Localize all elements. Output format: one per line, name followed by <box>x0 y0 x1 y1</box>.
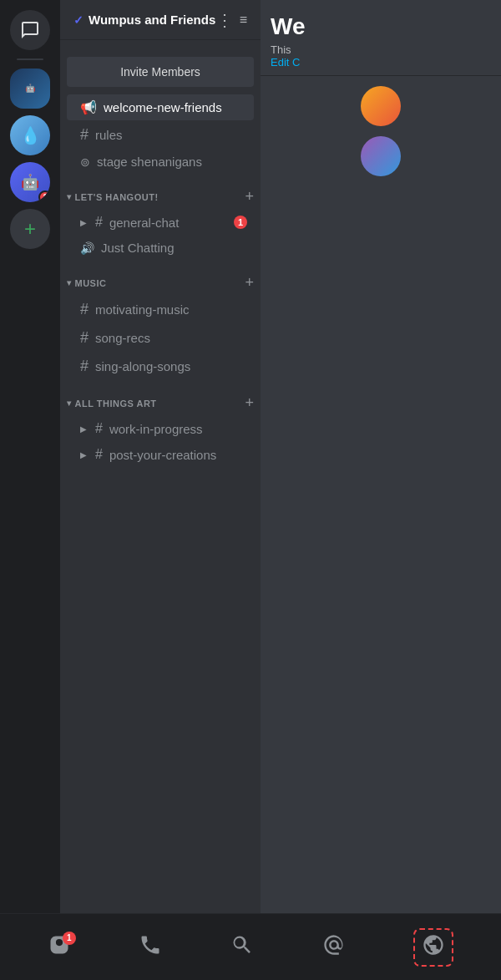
member-avatar-1 <box>361 86 401 126</box>
category-all-things-art[interactable]: ▾ ALL THINGS ART + <box>60 381 261 415</box>
globe-icon <box>422 933 445 962</box>
right-panel-link[interactable]: Edit C <box>271 56 491 69</box>
right-panel-members <box>261 76 501 980</box>
stage-icon: ⊚ <box>80 155 90 169</box>
bottom-nav: 1 <box>0 913 501 980</box>
channel-name-post-your-creations: post-your-creations <box>109 448 247 462</box>
phone-icon <box>139 933 162 962</box>
category-arrow: ▾ <box>67 192 72 201</box>
bottom-nav-profile[interactable] <box>413 928 453 967</box>
channel-name-welcome: welcome-new-friends <box>104 100 247 114</box>
more-options-icon[interactable]: ⋮ <box>216 10 233 30</box>
server-sidebar: 🤖 💧 🤖 1 + <box>0 0 60 980</box>
category-add-button[interactable]: + <box>245 188 254 206</box>
server-icon-dm[interactable] <box>10 10 50 50</box>
server-divider <box>17 58 43 60</box>
expand-arrow-icon: ▶ <box>80 218 87 227</box>
channel-sidebar: ✓ Wumpus and Friends ⋮ ≡ Invite Members … <box>60 0 261 980</box>
hash-icon-sing-along: # <box>80 358 89 375</box>
channel-item-motivating-music[interactable]: # motivating-music <box>67 296 254 323</box>
channel-item-sing-along[interactable]: # sing-along-songs <box>67 353 254 380</box>
server-header-icons: ⋮ ≡ <box>216 10 247 30</box>
plus-icon: + <box>24 217 36 241</box>
server-icon-3[interactable]: 🤖 1 <box>10 162 50 202</box>
hash-icon-song-recs: # <box>80 329 89 347</box>
megaphone-icon: 📢 <box>80 99 97 115</box>
right-panel-title: We <box>271 13 491 40</box>
channel-item-welcome[interactable]: 📢 welcome-new-friends <box>67 94 254 120</box>
hash-icon-motivating: # <box>80 301 89 318</box>
category-lets-hangout[interactable]: ▾ LET'S HANGOUT! + <box>60 175 261 209</box>
channel-item-song-recs[interactable]: # song-recs <box>67 324 254 352</box>
home-badge: 1 <box>63 932 76 945</box>
expand-arrow-wip: ▶ <box>80 424 87 434</box>
category-name-lets-hangout: ▾ LET'S HANGOUT! <box>67 192 159 202</box>
category-name-art: ▾ ALL THINGS ART <box>67 399 157 409</box>
bottom-nav-mentions[interactable] <box>322 933 346 962</box>
expand-arrow-pyc: ▶ <box>80 450 87 460</box>
channel-item-just-chatting[interactable]: 🔊 Just Chatting <box>67 236 254 260</box>
channel-name-stage: stage shenanigans <box>97 155 247 169</box>
hash-icon-wip: # <box>95 421 103 436</box>
server-icon-badge: 1 <box>38 190 50 202</box>
category-add-music-button[interactable]: + <box>245 274 254 292</box>
category-arrow-art: ▾ <box>67 399 72 408</box>
hash-icon-pyc: # <box>95 447 103 462</box>
channel-item-stage[interactable]: ⊚ stage shenanigans <box>67 150 254 174</box>
channel-name-just-chatting: Just Chatting <box>101 241 247 255</box>
channel-item-rules[interactable]: # rules <box>67 121 254 149</box>
channel-name-song-recs: song-recs <box>95 331 247 345</box>
server-header: ✓ Wumpus and Friends ⋮ ≡ <box>60 0 261 40</box>
member-avatar-2 <box>361 136 401 176</box>
hash-icon-general: # <box>95 215 103 230</box>
bottom-nav-calls[interactable] <box>139 933 162 962</box>
category-arrow-music: ▾ <box>67 278 72 287</box>
channel-item-work-in-progress[interactable]: ▶ # work-in-progress <box>67 416 254 441</box>
bottom-nav-home[interactable]: 1 <box>48 933 71 962</box>
general-chat-badge: 1 <box>234 216 247 229</box>
channel-name-rules: rules <box>95 128 247 142</box>
channel-name-sing-along: sing-along-songs <box>95 359 247 373</box>
at-icon <box>322 933 346 962</box>
hamburger-icon[interactable]: ≡ <box>240 13 247 28</box>
right-panel-header: We This Edit C <box>261 0 501 76</box>
voice-icon: 🔊 <box>80 241 94 255</box>
bottom-spacer <box>60 468 261 535</box>
channel-name-work-in-progress: work-in-progress <box>109 422 247 436</box>
right-panel: We This Edit C <box>261 0 501 980</box>
search-icon <box>230 933 254 962</box>
add-server-button[interactable]: + <box>10 209 50 249</box>
channel-name-general-chat: general-chat <box>109 216 227 230</box>
channel-item-general-chat[interactable]: ▶ # general-chat 1 <box>67 210 254 235</box>
channel-item-post-your-creations[interactable]: ▶ # post-your-creations <box>67 442 254 467</box>
bottom-nav-search[interactable] <box>230 933 254 962</box>
server-name[interactable]: ✓ Wumpus and Friends <box>73 13 215 27</box>
channel-name-motivating-music: motivating-music <box>95 302 247 317</box>
server-icon-1[interactable]: 🤖 <box>10 69 50 109</box>
category-add-art-button[interactable]: + <box>245 394 254 412</box>
category-name-music: ▾ MUSIC <box>67 278 106 288</box>
invite-members-button[interactable]: Invite Members <box>67 57 254 87</box>
server-icon-2[interactable]: 💧 <box>10 115 50 155</box>
category-music[interactable]: ▾ MUSIC + <box>60 261 261 295</box>
verified-checkmark: ✓ <box>73 13 84 27</box>
channel-list: Invite Members 📢 welcome-new-friends # r… <box>60 40 261 980</box>
server-name-text: Wumpus and Friends <box>89 13 215 27</box>
right-panel-subtitle: This <box>271 43 491 56</box>
hash-icon: # <box>80 126 89 144</box>
